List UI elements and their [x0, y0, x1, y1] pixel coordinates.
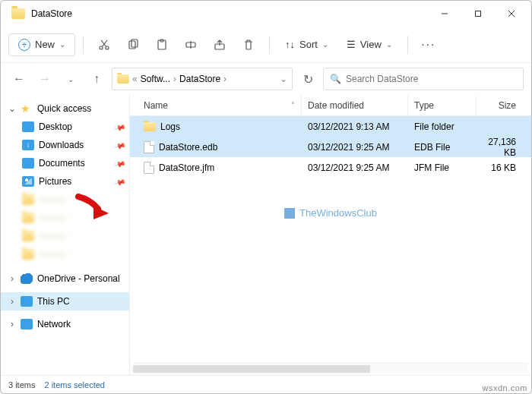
sidebar-item-label: Pictures	[39, 176, 111, 187]
column-headers: Name˄ Date modified Type Size	[130, 95, 531, 116]
sidebar-item-label: Documents	[39, 158, 111, 169]
sidebar-item-downloads[interactable]: Downloads 📌	[1, 136, 129, 154]
file-list-pane: Name˄ Date modified Type Size Logs 03/12…	[130, 95, 531, 375]
paste-button[interactable]	[149, 32, 175, 58]
up-button[interactable]: ↑	[86, 68, 107, 90]
file-icon	[144, 162, 154, 174]
close-button[interactable]	[495, 2, 528, 25]
minimize-button[interactable]	[428, 2, 461, 25]
sidebar-item-blurred[interactable]: ———	[1, 227, 129, 245]
thispc-icon	[21, 296, 33, 307]
sidebar-item-thispc[interactable]: › This PC	[1, 292, 129, 310]
explorer-window: DataStore + New ⌄ ↑↓ Sort	[0, 0, 532, 394]
watermark-icon	[284, 208, 295, 219]
separator	[83, 36, 84, 54]
pin-icon: 📌	[114, 121, 126, 133]
sort-icon: ↑↓	[285, 39, 295, 50]
breadcrumb-seg-1[interactable]: Softw...	[141, 74, 170, 84]
rename-button[interactable]	[178, 32, 204, 58]
breadcrumb-seg-2[interactable]: DataStore	[179, 74, 220, 84]
horizontal-scrollbar[interactable]	[133, 363, 528, 374]
scrollbar-thumb[interactable]	[133, 365, 370, 373]
column-type[interactable]: Type	[408, 95, 477, 115]
chevron-down-icon: ⌄	[322, 40, 328, 49]
window-controls	[428, 2, 528, 25]
chevron-down-icon[interactable]: ⌄	[8, 103, 16, 114]
status-selected-count: 2 items selected	[44, 380, 104, 389]
breadcrumb[interactable]: « Softw... › DataStore › ⌄	[112, 68, 293, 90]
more-button[interactable]: ···	[416, 32, 442, 58]
maximize-button[interactable]	[461, 2, 495, 25]
folder-icon	[117, 74, 129, 84]
folder-icon	[144, 122, 156, 131]
onedrive-icon	[21, 273, 33, 284]
chevron-right-icon[interactable]: ›	[8, 273, 16, 284]
refresh-button[interactable]: ↻	[297, 68, 318, 90]
file-row[interactable]: DataStore.jfm 03/12/2021 9:25 AM JFM Fil…	[130, 157, 531, 178]
svg-rect-1	[476, 11, 481, 17]
file-name: DataStore.edb	[159, 142, 217, 153]
sidebar-item-blurred[interactable]: ———	[1, 191, 129, 209]
sidebar-item-quickaccess[interactable]: ⌄ ★ Quick access	[1, 99, 129, 118]
file-type: File folder	[408, 121, 477, 132]
file-row[interactable]: DataStore.edb 03/12/2021 9:25 AM EDB Fil…	[130, 137, 531, 157]
back-button[interactable]: ←	[8, 68, 30, 90]
share-button[interactable]	[207, 32, 233, 58]
copy-button[interactable]	[120, 32, 146, 58]
sidebar-item-documents[interactable]: Documents 📌	[1, 154, 129, 172]
sidebar-item-label: ———	[39, 194, 125, 205]
delete-button[interactable]	[236, 32, 261, 58]
chevron-down-icon[interactable]: ⌄	[280, 74, 287, 84]
search-box[interactable]: 🔍	[323, 68, 524, 90]
status-bar: 3 items 2 items selected	[1, 375, 531, 393]
window-title: DataStore	[31, 8, 72, 19]
column-size[interactable]: Size	[477, 95, 531, 115]
file-type: JFM File	[408, 162, 477, 173]
titlebar: DataStore	[1, 1, 531, 27]
new-button[interactable]: + New ⌄	[8, 33, 75, 56]
file-size: 16 KB	[477, 162, 531, 173]
sidebar-item-desktop[interactable]: Desktop 📌	[1, 118, 129, 136]
file-type: EDB File	[408, 142, 477, 153]
sidebar-item-onedrive[interactable]: › OneDrive - Personal	[1, 269, 129, 288]
file-date: 03/12/2021 9:13 AM	[302, 121, 408, 132]
sidebar-item-label: Network	[37, 319, 125, 329]
view-button[interactable]: ☰ View ⌄	[339, 34, 400, 55]
cut-button[interactable]	[91, 32, 117, 58]
sidebar-item-network[interactable]: › Network	[1, 315, 129, 333]
folder-icon	[22, 213, 34, 223]
folder-icon	[22, 249, 34, 260]
sort-button[interactable]: ↑↓ Sort ⌄	[277, 34, 336, 55]
chevron-right-icon[interactable]: ›	[8, 296, 16, 307]
chevron-right-icon[interactable]: ›	[8, 319, 16, 329]
sidebar-item-label: ———	[39, 249, 125, 260]
file-name: DataStore.jfm	[159, 162, 214, 173]
sidebar-item-pictures[interactable]: Pictures 📌	[1, 172, 129, 191]
folder-icon	[22, 231, 34, 241]
sidebar-item-blurred[interactable]: ———	[1, 245, 129, 263]
folder-icon	[11, 8, 25, 19]
column-name[interactable]: Name˄	[138, 95, 302, 115]
content-area: ⌄ ★ Quick access Desktop 📌 Downloads 📌 D…	[1, 95, 531, 375]
documents-icon	[22, 158, 34, 169]
status-item-count: 3 items	[8, 380, 35, 389]
sort-indicator-icon: ˄	[291, 101, 295, 109]
separator	[269, 36, 270, 54]
sidebar-item-blurred[interactable]: ———	[1, 209, 129, 227]
download-icon	[22, 140, 34, 150]
new-label: New	[35, 39, 55, 50]
sidebar-item-label: OneDrive - Personal	[37, 273, 125, 284]
file-row[interactable]: Logs 03/12/2021 9:13 AM File folder	[130, 116, 531, 137]
recent-locations-button[interactable]: ⌄	[60, 68, 81, 90]
file-size: 27,136 KB	[477, 137, 531, 158]
plus-icon: +	[18, 39, 30, 51]
sidebar-item-label: ———	[39, 231, 125, 241]
file-date: 03/12/2021 9:25 AM	[302, 142, 408, 153]
sidebar-item-label: Downloads	[39, 140, 111, 150]
forward-button[interactable]: →	[34, 68, 55, 90]
file-name: Logs	[160, 121, 180, 132]
separator	[407, 36, 408, 54]
navigation-pane: ⌄ ★ Quick access Desktop 📌 Downloads 📌 D…	[1, 95, 130, 375]
column-date[interactable]: Date modified	[302, 95, 408, 115]
search-input[interactable]	[346, 74, 517, 84]
